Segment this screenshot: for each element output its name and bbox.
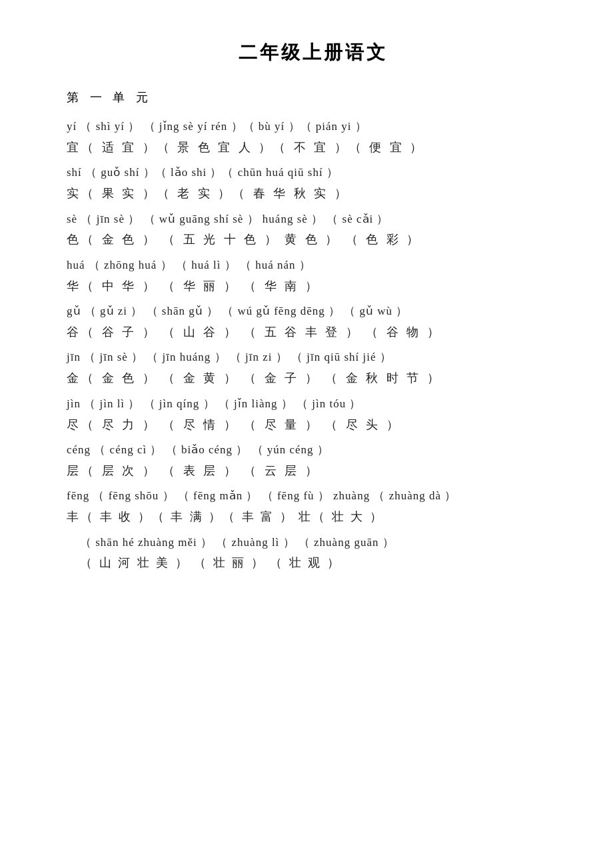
pinyin-line-0: yí （ shì yí ） （ jǐng sè yí rén ）（ bù yí … <box>67 117 560 137</box>
chinese-line-1: 实（ 果 实 ）（ 老 实 ）（ 春 华 秋 实 ） <box>67 183 560 204</box>
pinyin-line-6: jìn （ jìn lì ） （ jìn qíng ） （ jǐn liàng … <box>67 395 560 414</box>
zhuang-entry-0: （ shān hé zhuàng měi ） （ zhuàng lì ） （ z… <box>80 533 560 574</box>
entry-block-0: yí （ shì yí ） （ jǐng sè yí rén ）（ bù yí … <box>67 117 560 158</box>
chinese-line-7: 层（ 层 次 ） （ 表 层 ） （ 云 层 ） <box>67 460 560 481</box>
entry-block-1: shí （ guǒ shí ）（ lǎo shi ）（ chūn huá qiū… <box>67 163 560 204</box>
chinese-line-2: 色（ 金 色 ） （ 五 光 十 色 ） 黄 色 ） （ 色 彩 ） <box>67 229 560 250</box>
zhuang-pinyin-0: （ shān hé zhuàng měi ） （ zhuàng lì ） （ z… <box>80 533 560 553</box>
entry-block-7: céng （ céng cì ） （ biǎo céng ） （ yún cén… <box>67 441 560 481</box>
feng-pinyin: fēng （ fēng shōu ） （ fēng mǎn ） （ fēng f… <box>67 487 560 506</box>
section-label: 第 一 单 元 <box>67 89 560 105</box>
chinese-line-6: 尽（ 尽 力 ） （ 尽 情 ） （ 尽 量 ） （ 尽 头 ） <box>67 414 560 435</box>
pinyin-line-4: gǔ （ gǔ zi ） （ shān gǔ ） （ wú gǔ fēng dē… <box>67 302 560 321</box>
pinyin-line-3: huá （ zhōng huá ） （ huá lì ） （ huá nán ） <box>67 256 560 275</box>
pinyin-line-7: céng （ céng cì ） （ biǎo céng ） （ yún cén… <box>67 441 560 460</box>
pinyin-line-2: sè （ jīn sè ） （ wǔ guāng shí sè ） huáng … <box>67 210 560 229</box>
feng-chinese: 丰（ 丰 收 ）（ 丰 满 ）（ 丰 富 ） 壮（ 壮 大 ） <box>67 506 560 527</box>
zhuang-chinese-0: （ 山 河 壮 美 ） （ 壮 丽 ） （ 壮 观 ） <box>80 552 560 573</box>
pinyin-line-5: jīn （ jīn sè ） （ jīn huáng ） （ jīn zi ） … <box>67 348 560 367</box>
entry-block-4: gǔ （ gǔ zi ） （ shān gǔ ） （ wú gǔ fēng dē… <box>67 302 560 343</box>
chinese-line-5: 金（ 金 色 ） （ 金 黄 ） （ 金 子 ） （ 金 秋 时 节 ） <box>67 367 560 389</box>
chinese-line-3: 华（ 中 华 ） （ 华 丽 ） （ 华 南 ） <box>67 275 560 297</box>
page-title: 二年级上册语文 <box>67 40 560 65</box>
entry-block-5: jīn （ jīn sè ） （ jīn huáng ） （ jīn zi ） … <box>67 348 560 389</box>
entry-block-2: sè （ jīn sè ） （ wǔ guāng shí sè ） huáng … <box>67 210 560 251</box>
chinese-line-0: 宜（ 适 宜 ）（ 景 色 宜 人 ）（ 不 宜 ）（ 便 宜 ） <box>67 137 560 158</box>
pinyin-line-1: shí （ guǒ shí ）（ lǎo shi ）（ chūn huá qiū… <box>67 163 560 183</box>
entry-block-3: huá （ zhōng huá ） （ huá lì ） （ huá nán ）… <box>67 256 560 297</box>
entry-block-6: jìn （ jìn lì ） （ jìn qíng ） （ jǐn liàng … <box>67 395 560 435</box>
feng-entry-block: fēng （ fēng shōu ） （ fēng mǎn ） （ fēng f… <box>67 487 560 527</box>
chinese-line-4: 谷（ 谷 子 ） （ 山 谷 ） （ 五 谷 丰 登 ） （ 谷 物 ） <box>67 321 560 343</box>
